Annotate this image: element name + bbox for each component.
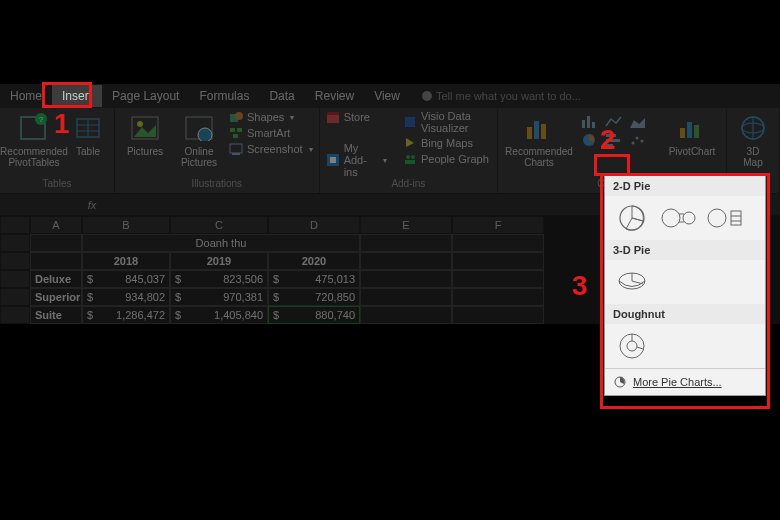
fx-icon[interactable]: fx <box>80 199 104 211</box>
pictures-label: Pictures <box>127 146 163 157</box>
globe-icon <box>737 112 769 144</box>
svg-rect-32 <box>592 122 595 128</box>
doughnut-basic[interactable] <box>613 330 651 362</box>
smartart-icon <box>229 126 243 140</box>
svg-rect-14 <box>237 128 242 132</box>
svg-rect-29 <box>541 124 546 139</box>
svg-rect-13 <box>230 128 235 132</box>
row-label[interactable]: Superior <box>30 288 82 306</box>
people-icon <box>403 152 417 166</box>
svg-text:?: ? <box>39 115 44 124</box>
visio-button[interactable]: Visio Data Visualizer <box>403 110 491 134</box>
callout-1: 1 <box>54 108 70 140</box>
addins-icon <box>326 153 340 167</box>
data-cell[interactable]: $934,802 <box>82 288 170 306</box>
svg-point-60 <box>627 341 637 351</box>
cell-header-blank[interactable] <box>30 252 82 270</box>
pie-of-pie[interactable] <box>659 202 697 234</box>
select-all-corner[interactable] <box>0 216 30 234</box>
data-cell[interactable]: $475,013 <box>268 270 360 288</box>
svg-marker-33 <box>630 118 645 128</box>
recommended-charts-icon <box>523 112 555 144</box>
area-chart-button[interactable] <box>628 114 648 130</box>
data-cell[interactable]: $845,037 <box>82 270 170 288</box>
pictures-icon <box>129 112 161 144</box>
pictures-button[interactable]: Pictures <box>121 110 169 159</box>
pie-small-icon <box>613 375 627 389</box>
tell-me-placeholder: Tell me what you want to do... <box>436 90 581 102</box>
cell-header-2018[interactable]: 2018 <box>82 252 170 270</box>
group-illustrations: Pictures Online Pictures Shapes▾ Sma <box>115 108 320 193</box>
col-header-C[interactable]: C <box>170 216 268 234</box>
group-addins-label: Add-ins <box>391 178 425 191</box>
data-cell[interactable]: $720,850 <box>268 288 360 306</box>
col-header-D[interactable]: D <box>268 216 360 234</box>
svg-point-48 <box>662 209 680 227</box>
ribbon-tabs: Home Insert Page Layout Formulas Data Re… <box>0 84 780 108</box>
col-header-A[interactable]: A <box>30 216 82 234</box>
3d-map-button[interactable]: 3D Map <box>733 110 773 170</box>
callout-3: 3 <box>572 270 588 302</box>
tab-insert[interactable]: Insert <box>52 85 102 107</box>
pivotchart-icon <box>676 112 708 144</box>
shapes-icon <box>229 110 243 124</box>
svg-point-12 <box>235 112 243 120</box>
svg-rect-30 <box>582 120 585 128</box>
data-cell[interactable]: $1,286,472 <box>82 306 170 324</box>
store-icon <box>326 110 340 124</box>
svg-rect-31 <box>587 116 590 128</box>
recommended-charts-label: Recommended Charts <box>505 146 573 168</box>
screenshot-button[interactable]: Screenshot▾ <box>229 142 313 156</box>
dd-section-doughnut: Doughnut <box>605 304 765 324</box>
bing-maps-button[interactable]: Bing Maps <box>403 136 491 150</box>
tab-view[interactable]: View <box>364 85 410 107</box>
row-label[interactable]: Suite <box>30 306 82 324</box>
cell-header-2020[interactable]: 2020 <box>268 252 360 270</box>
scatter-chart-button[interactable] <box>628 132 648 148</box>
tab-data[interactable]: Data <box>259 85 304 107</box>
data-cell[interactable]: $970,381 <box>170 288 268 306</box>
pie-3d-basic[interactable] <box>613 266 651 298</box>
pivotchart-button[interactable]: PivotChart <box>664 110 720 159</box>
pie-2d-basic[interactable] <box>613 202 651 234</box>
svg-marker-23 <box>406 138 414 147</box>
shapes-button[interactable]: Shapes▾ <box>229 110 313 124</box>
pie-chart-button[interactable] <box>580 132 600 148</box>
column-chart-button[interactable] <box>580 114 600 130</box>
online-pictures-icon <box>183 112 215 144</box>
people-graph-button[interactable]: People Graph <box>403 152 491 166</box>
tab-review[interactable]: Review <box>305 85 364 107</box>
row-label[interactable]: Deluxe <box>30 270 82 288</box>
visio-icon <box>403 115 417 129</box>
tell-me-search[interactable]: Tell me what you want to do... <box>422 90 581 102</box>
smartart-button[interactable]: SmartArt <box>229 126 313 140</box>
svg-rect-28 <box>534 121 539 139</box>
svg-rect-43 <box>694 125 699 138</box>
svg-rect-26 <box>405 160 415 164</box>
pivotchart-label: PivotChart <box>669 146 716 157</box>
col-header-F[interactable]: F <box>452 216 544 234</box>
data-cell[interactable]: $823,506 <box>170 270 268 288</box>
screenshot-icon <box>229 142 243 156</box>
cell-header-2019[interactable]: 2019 <box>170 252 268 270</box>
online-pictures-button[interactable]: Online Pictures <box>175 110 223 170</box>
tab-formulas[interactable]: Formulas <box>189 85 259 107</box>
svg-rect-53 <box>731 211 741 225</box>
my-addins-button[interactable]: My Add-ins▾ <box>326 142 387 178</box>
data-cell[interactable]: $880,740 <box>268 306 360 324</box>
recommended-charts-button[interactable]: Recommended Charts <box>504 110 574 170</box>
svg-rect-19 <box>327 112 339 115</box>
group-illustrations-label: Illustrations <box>192 178 243 191</box>
col-header-B[interactable]: B <box>82 216 170 234</box>
tab-page-layout[interactable]: Page Layout <box>102 85 189 107</box>
table-button[interactable]: Table <box>68 110 108 159</box>
bar-of-pie[interactable] <box>705 202 743 234</box>
col-header-E[interactable]: E <box>360 216 452 234</box>
dd-section-2d-pie: 2-D Pie <box>605 176 765 196</box>
svg-point-38 <box>632 142 635 145</box>
tab-home[interactable]: Home <box>0 85 52 107</box>
store-button[interactable]: Store <box>326 110 387 124</box>
more-pie-charts[interactable]: More Pie Charts... <box>605 368 765 395</box>
title-cell[interactable]: Doanh thu <box>82 234 360 252</box>
data-cell[interactable]: $1,405,840 <box>170 306 268 324</box>
